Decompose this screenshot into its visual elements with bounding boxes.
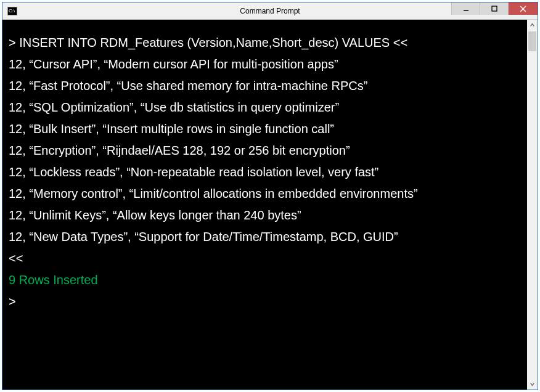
- data-row: 12, “Memory control”, “Limit/control all…: [9, 183, 523, 205]
- prompt-line: >: [9, 291, 523, 312]
- data-row: 12, “Cursor API”, “Modern cursor API for…: [9, 54, 523, 75]
- scroll-track[interactable]: [527, 30, 538, 379]
- scroll-down-arrow-icon[interactable]: [527, 379, 538, 390]
- svg-rect-1: [492, 6, 497, 11]
- scroll-thumb[interactable]: [528, 31, 536, 51]
- client-area: > INSERT INTO RDM_Features (Version,Name…: [2, 20, 538, 390]
- data-row: 12, “Unlimit Keys”, “Allow keys longer t…: [9, 205, 523, 226]
- data-row: 12, “SQL Optimization”, “Use db statisti…: [9, 97, 523, 118]
- data-row: 12, “New Data Types”, “Support for Date/…: [9, 226, 523, 248]
- console-output[interactable]: > INSERT INTO RDM_Features (Version,Name…: [2, 20, 527, 390]
- window-controls: [451, 2, 538, 19]
- data-row: 12, “Bulk Insert”, “Insert multiple rows…: [9, 118, 523, 140]
- window-title: Command Prompt: [240, 7, 300, 15]
- terminator-line: <<: [9, 248, 523, 269]
- data-row: 12, “Fast Protocol”, “Use shared memory …: [9, 75, 523, 97]
- close-button[interactable]: [508, 2, 538, 15]
- minimize-button[interactable]: [451, 2, 480, 15]
- scroll-up-arrow-icon[interactable]: [527, 20, 538, 30]
- status-message: 9 Rows Inserted: [9, 269, 523, 291]
- data-row: 12, “Encryption”, “Rijndael/AES 128, 192…: [9, 140, 523, 161]
- sql-command-line: > INSERT INTO RDM_Features (Version,Name…: [9, 32, 523, 54]
- titlebar[interactable]: C:\ Command Prompt: [2, 2, 538, 20]
- app-icon: C:\: [7, 7, 17, 15]
- maximize-button[interactable]: [480, 2, 508, 15]
- command-prompt-window: C:\ Command Prompt > INSERT INTO RDM_Fea…: [2, 2, 538, 390]
- vertical-scrollbar[interactable]: [527, 20, 538, 390]
- data-row: 12, “Lockless reads”, “Non-repeatable re…: [9, 161, 523, 183]
